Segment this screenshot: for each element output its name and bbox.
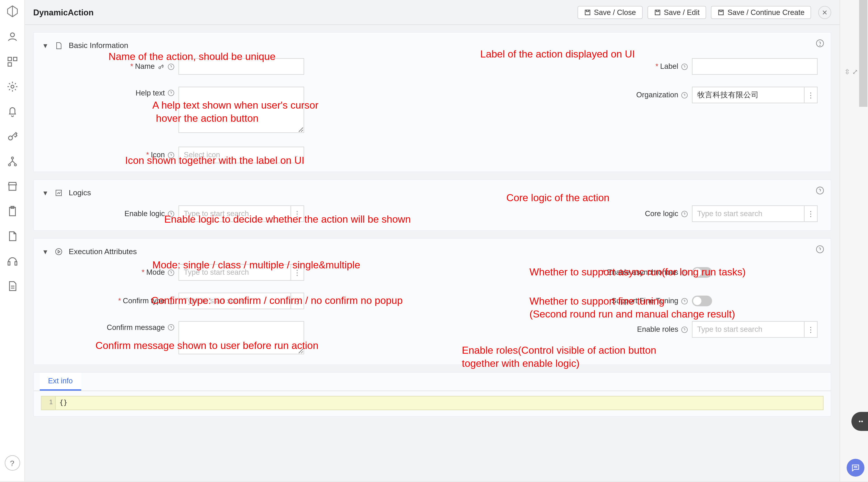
doc-icon[interactable] [6, 280, 18, 292]
bell-icon[interactable] [6, 106, 18, 117]
svg-point-21 [168, 90, 174, 96]
section-help-icon[interactable] [815, 38, 825, 48]
section-help-icon[interactable] [815, 186, 825, 195]
svg-point-33 [682, 298, 687, 304]
store-icon[interactable] [6, 180, 18, 192]
save-close-button[interactable]: Save / Close [577, 6, 643, 19]
section-title: Execution Attributes [69, 247, 137, 256]
svg-point-20 [682, 64, 687, 69]
clipboard-icon[interactable] [6, 205, 18, 217]
close-button[interactable] [818, 6, 831, 19]
section-help-icon[interactable] [815, 245, 825, 254]
section-title: Basic Information [69, 41, 128, 50]
help-icon[interactable] [167, 297, 175, 305]
app-logo-icon [6, 5, 19, 18]
svg-point-37 [861, 421, 863, 422]
document-icon [55, 41, 63, 50]
field-label-support-fine: Support Fine Tuning [612, 297, 678, 305]
icon-select[interactable]: Select icon ⌄ [179, 147, 304, 163]
tab-ext-info[interactable]: Ext info [40, 373, 81, 391]
chat-bubble-icon[interactable] [847, 459, 865, 477]
confirm-type-lookup[interactable]: Type to start search ⋮ [179, 292, 304, 309]
annotation: together with enable logic) [462, 357, 580, 370]
svg-point-27 [682, 211, 687, 217]
help-icon[interactable] [167, 210, 175, 218]
enable-roles-lookup[interactable]: Type to start search ⋮ [692, 321, 817, 338]
help-icon[interactable] [167, 151, 175, 159]
collapse-caret-icon[interactable]: ▼ [42, 42, 49, 49]
organization-value: 牧言科技有限公司 [692, 90, 804, 100]
lookup-button[interactable]: ⋮ [804, 322, 817, 337]
confirm-message-input[interactable] [179, 321, 304, 355]
help-icon[interactable] [681, 325, 688, 333]
help-icon[interactable] [681, 63, 688, 70]
svg-point-31 [682, 270, 687, 275]
enable-logic-lookup[interactable]: Type to start search ⋮ [179, 205, 304, 222]
svg-point-8 [14, 164, 16, 166]
code-line: {} [56, 396, 71, 409]
svg-point-0 [10, 33, 14, 37]
svg-point-17 [819, 45, 820, 46]
assistant-bubble-icon[interactable] [851, 412, 868, 431]
collapse-caret-icon[interactable]: ▼ [42, 189, 49, 196]
label-input[interactable] [692, 58, 817, 75]
svg-point-39 [855, 466, 856, 467]
svg-rect-3 [8, 63, 11, 66]
svg-point-36 [859, 421, 861, 422]
help-icon[interactable]: ? [4, 455, 20, 471]
help-icon[interactable] [167, 268, 175, 276]
help-icon[interactable] [167, 323, 175, 331]
field-label-enable-roles: Enable roles [637, 325, 678, 334]
svg-rect-2 [13, 57, 17, 61]
organization-lookup[interactable]: 牧言科技有限公司 ⋮ [692, 87, 817, 103]
collapse-caret-icon[interactable]: ▼ [42, 248, 49, 255]
svg-point-19 [168, 64, 174, 69]
scrollbar-thumb[interactable] [859, 0, 868, 107]
core-logic-lookup[interactable]: Type to start search ⋮ [692, 205, 817, 222]
svg-rect-1 [8, 57, 11, 61]
code-editor[interactable]: 1 {} [41, 396, 824, 410]
module-icon[interactable] [6, 56, 18, 68]
svg-point-7 [8, 164, 10, 166]
save-icon [717, 8, 724, 16]
help-icon[interactable] [167, 89, 175, 96]
helptext-input[interactable] [179, 87, 304, 133]
svg-rect-14 [655, 10, 659, 15]
file-icon[interactable] [6, 230, 18, 242]
code-line-number: 1 [41, 396, 56, 409]
help-icon[interactable] [681, 297, 688, 305]
lookup-button[interactable]: ⋮ [290, 265, 304, 280]
lookup-button[interactable]: ⋮ [290, 206, 304, 221]
section-basic-information: ▼ Basic Information *Name *Label Help te [33, 32, 831, 172]
svg-point-22 [682, 92, 687, 98]
section-logics: ▼ Logics Enable logic Type to start sear… [33, 179, 831, 231]
help-icon[interactable] [167, 63, 175, 70]
gear-icon[interactable] [6, 81, 18, 92]
field-label-icon: Icon [151, 151, 165, 159]
help-icon[interactable] [681, 210, 688, 218]
help-icon[interactable] [681, 91, 688, 99]
field-label-mode: Mode [146, 268, 165, 277]
save-continue-button[interactable]: Save / Continue Create [711, 6, 811, 19]
key-icon[interactable] [6, 131, 18, 142]
enable-async-switch[interactable] [692, 267, 712, 278]
headset-icon[interactable] [6, 255, 18, 267]
svg-point-28 [56, 248, 62, 255]
name-input[interactable] [179, 58, 304, 75]
lookup-button[interactable]: ⋮ [804, 206, 817, 221]
save-edit-button[interactable]: Save / Edit [647, 6, 706, 19]
svg-rect-15 [719, 10, 723, 15]
user-icon[interactable] [6, 31, 18, 42]
field-label-enable-async: Enable asynchronous [607, 268, 678, 277]
support-fine-switch[interactable] [692, 295, 712, 306]
drag-handle-icon[interactable]: ⇳ ⤢ [844, 66, 859, 77]
svg-point-30 [168, 270, 174, 275]
help-icon[interactable] [681, 268, 688, 276]
lookup-button[interactable]: ⋮ [804, 87, 817, 103]
tree-icon[interactable] [6, 155, 18, 167]
mode-lookup[interactable]: Type to start search ⋮ [179, 264, 304, 281]
field-label-label: Label [660, 62, 678, 70]
lookup-button[interactable]: ⋮ [290, 293, 304, 309]
field-label-confirm-message: Confirm message [107, 323, 165, 332]
chevron-down-icon: ⌄ [293, 151, 299, 159]
